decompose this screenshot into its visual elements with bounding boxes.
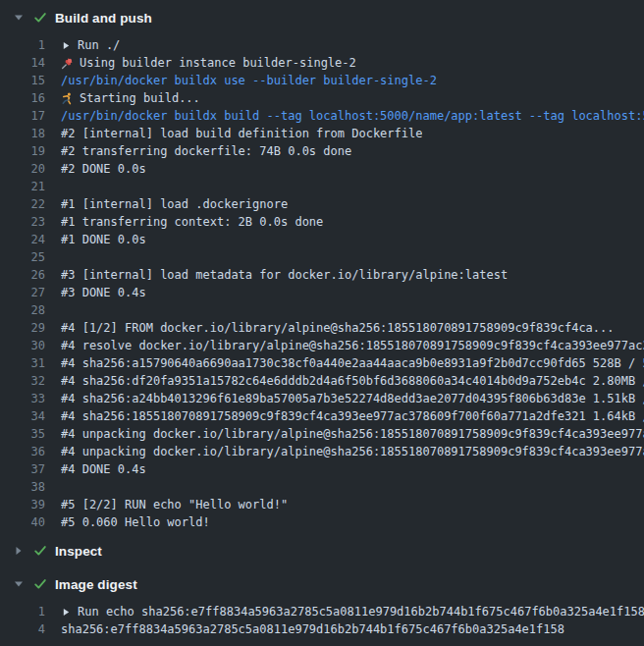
log-text: #1 DONE 0.0s	[61, 231, 146, 248]
log-line: 30 #4 resolve docker.io/library/alpine@s…	[0, 337, 644, 354]
log-text: Run ./	[78, 36, 120, 54]
log-line: 28	[0, 301, 644, 319]
line-number[interactable]: 32	[0, 372, 45, 390]
log-text: sha256:e7ff8834a5963a2785c5a0811e979d16b…	[61, 620, 564, 638]
log-line-content: #5 0.060 Hello world!	[61, 513, 210, 531]
line-number[interactable]: 31	[0, 354, 45, 372]
line-number[interactable]: 30	[0, 337, 45, 354]
check-icon	[33, 544, 55, 558]
log-line: 22 #1 [internal] load .dockerignore	[0, 195, 644, 213]
check-icon	[33, 11, 55, 25]
line-number[interactable]: 23	[0, 213, 45, 231]
log-line-content: #1 DONE 0.0s	[61, 231, 146, 248]
log-line: 17 /usr/bin/docker buildx build --tag lo…	[0, 107, 644, 125]
log-line: 1 Run echo sha256:e7ff8834a5963a2785c5a0…	[0, 603, 644, 620]
line-number[interactable]: 33	[0, 390, 45, 407]
line-number[interactable]: 24	[0, 231, 45, 248]
log-line-content: #4 sha256:a15790640a6690aa1730c38cf0a440…	[61, 354, 644, 372]
log-line-content: #2 [internal] load build definition from…	[61, 125, 422, 142]
log-text: #1 transferring context: 2B 0.0s done	[61, 213, 323, 231]
log-line-content: #4 sha256:df20fa9351a15782c64e6dddb2d4a6…	[61, 372, 644, 390]
section-title: Image digest	[55, 577, 137, 592]
line-number[interactable]: 29	[0, 319, 45, 337]
log-line: 18 #2 [internal] load build definition f…	[0, 125, 644, 142]
log-text: #4 unpacking docker.io/library/alpine@sh…	[61, 425, 644, 443]
line-number[interactable]: 1	[0, 603, 45, 620]
log-line-content: #1 transferring context: 2B 0.0s done	[61, 213, 323, 231]
line-number[interactable]: 14	[0, 54, 45, 72]
chevron-right-icon[interactable]	[14, 546, 33, 556]
log-line: 21	[0, 178, 644, 195]
log-section-inspect: Inspect	[0, 537, 644, 570]
section-header-image-digest[interactable]: Image digest	[0, 570, 644, 598]
chevron-down-icon[interactable]	[14, 13, 33, 23]
log-line: 36 #4 unpacking docker.io/library/alpine…	[0, 443, 644, 460]
line-number[interactable]: 1	[0, 36, 45, 54]
section-title: Build and push	[55, 11, 152, 26]
log-text: #4 sha256:185518070891758909c9f839cf4ca3…	[61, 407, 644, 425]
line-number[interactable]: 15	[0, 72, 45, 89]
log-text: #4 sha256:a15790640a6690aa1730c38cf0a440…	[61, 354, 644, 372]
line-number[interactable]: 4	[0, 620, 45, 638]
line-number[interactable]: 16	[0, 89, 45, 107]
log-text: #4 resolve docker.io/library/alpine@sha2…	[61, 337, 644, 354]
log-line-content: #3 [internal] load metadata for docker.i…	[61, 266, 508, 284]
log-line-content: sha256:e7ff8834a5963a2785c5a0811e979d16b…	[61, 620, 564, 638]
log-lines: 1 Run echo sha256:e7ff8834a5963a2785c5a0…	[0, 603, 644, 638]
log-line-content: #4 resolve docker.io/library/alpine@sha2…	[61, 337, 644, 354]
line-number[interactable]: 19	[0, 142, 45, 160]
log-text: #5 [2/2] RUN echo "Hello world!"	[61, 496, 288, 513]
line-number[interactable]: 38	[0, 478, 45, 496]
log-line-content: Using builder instance builder-single-2	[61, 54, 356, 72]
log-text: #4 [1/2] FROM docker.io/library/alpine@s…	[61, 319, 615, 337]
log-line-content: #4 sha256:185518070891758909c9f839cf4ca3…	[61, 407, 644, 425]
log-text: #3 [internal] load metadata for docker.i…	[61, 266, 508, 284]
log-line-content: Starting build...	[61, 89, 200, 107]
run-expander-icon[interactable]	[62, 41, 71, 50]
line-number[interactable]: 27	[0, 284, 45, 301]
log-line: 38	[0, 478, 644, 496]
log-line: 35 #4 unpacking docker.io/library/alpine…	[0, 425, 644, 443]
line-number[interactable]: 34	[0, 407, 45, 425]
log-line-content: Run ./	[61, 36, 120, 54]
log-text: #4 DONE 0.4s	[61, 460, 146, 478]
log-text: #3 DONE 0.4s	[61, 284, 146, 301]
log-text: Run echo sha256:e7ff8834a5963a2785c5a081…	[78, 603, 644, 620]
log-line-content: #2 DONE 0.0s	[61, 160, 146, 178]
section-header-inspect[interactable]: Inspect	[0, 537, 644, 565]
runner-icon	[61, 92, 74, 105]
line-number[interactable]: 36	[0, 443, 45, 460]
line-number[interactable]: 22	[0, 195, 45, 213]
log-line: 25	[0, 248, 644, 266]
line-number[interactable]: 20	[0, 160, 45, 178]
line-number[interactable]: 40	[0, 513, 45, 531]
log-line: 39 #5 [2/2] RUN echo "Hello world!"	[0, 496, 644, 513]
line-number[interactable]: 28	[0, 301, 45, 319]
line-number[interactable]: 35	[0, 425, 45, 443]
line-number[interactable]: 26	[0, 266, 45, 284]
section-title: Inspect	[55, 544, 102, 559]
log-line-content: Run echo sha256:e7ff8834a5963a2785c5a081…	[61, 603, 644, 620]
line-number[interactable]: 18	[0, 125, 45, 142]
log-line: 40 #5 0.060 Hello world!	[0, 513, 644, 531]
log-line: 33 #4 sha256:a24bb4013296f61e89ba57005a7…	[0, 390, 644, 407]
log-text: #4 sha256:df20fa9351a15782c64e6dddb2d4a6…	[61, 372, 644, 390]
workflow-log-viewer: Build and push 1 Run ./ 14 Using builder…	[0, 0, 644, 646]
line-number[interactable]: 21	[0, 178, 45, 195]
line-number[interactable]: 37	[0, 460, 45, 478]
section-header-build-and-push[interactable]: Build and push	[0, 4, 644, 31]
run-expander-icon[interactable]	[62, 608, 71, 617]
line-number[interactable]: 17	[0, 107, 45, 125]
log-text: /usr/bin/docker buildx use --builder bui…	[61, 72, 437, 89]
line-number[interactable]: 25	[0, 248, 45, 266]
log-line-content: #3 DONE 0.4s	[61, 284, 146, 301]
log-line: 1 Run ./	[0, 36, 644, 54]
log-line: 27 #3 DONE 0.4s	[0, 284, 644, 301]
line-number[interactable]: 39	[0, 496, 45, 513]
log-line-content: #4 [1/2] FROM docker.io/library/alpine@s…	[61, 319, 615, 337]
log-text: Starting build...	[80, 89, 200, 107]
log-line-content: #5 [2/2] RUN echo "Hello world!"	[61, 496, 288, 513]
log-line: 31 #4 sha256:a15790640a6690aa1730c38cf0a…	[0, 354, 644, 372]
log-line: 19 #2 transferring dockerfile: 74B 0.0s …	[0, 142, 644, 160]
chevron-down-icon[interactable]	[14, 579, 33, 589]
